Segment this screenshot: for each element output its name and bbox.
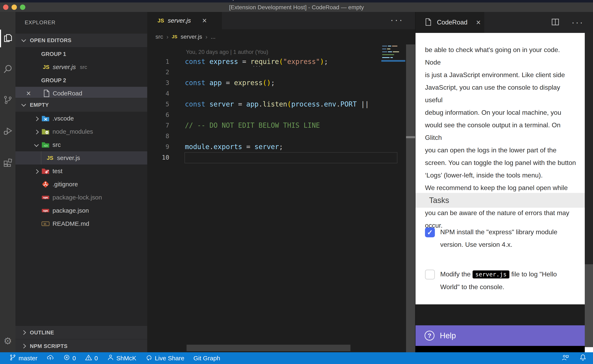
- more-actions-icon[interactable]: ···: [572, 18, 584, 27]
- tree-item-readme-md[interactable]: M↓README.md: [15, 217, 147, 230]
- editor-tab-bar: JS server.js × ···: [147, 12, 415, 29]
- status-cloud-upload[interactable]: [47, 354, 54, 363]
- code-line-7[interactable]: 7// -- DO NOT EDIT BELOW THIS LINE: [147, 120, 407, 131]
- menu-item-window[interactable]: Window: [196, 0, 215, 1]
- menu-item-edit[interactable]: Edit: [59, 0, 69, 1]
- section-open-editors[interactable]: OPEN EDITORS: [15, 33, 147, 47]
- code-line-2[interactable]: 2: [147, 67, 407, 78]
- cloud-upload-icon: [47, 354, 54, 363]
- task-checkbox[interactable]: [425, 270, 435, 280]
- activity-item-search[interactable]: [0, 59, 15, 79]
- activity-bar: ⚙: [0, 12, 15, 352]
- status-feedback-icon[interactable]: [561, 353, 569, 363]
- svg-text:M↓: M↓: [44, 222, 47, 226]
- activity-item-source-control[interactable]: [0, 90, 15, 110]
- coderoad-webview: be able to check what's going on in your…: [415, 33, 585, 304]
- status-git-graph[interactable]: Git Graph: [193, 355, 220, 362]
- help-bar[interactable]: ? Help: [415, 325, 585, 346]
- tree-item-package-lock-json[interactable]: npmpackage-lock.json: [15, 191, 147, 204]
- window-titlebar[interactable]: [Extension Development Host] - CodeRoad …: [0, 2, 593, 12]
- status-bell-icon[interactable]: [579, 353, 587, 363]
- minimap[interactable]: [381, 45, 405, 332]
- menubar-clock: Sat 5:43 PM: [562, 0, 589, 1]
- npm-icon: npm: [41, 193, 50, 202]
- menu-item-terminal[interactable]: Terminal: [166, 0, 187, 1]
- breadcrumb-file[interactable]: server.js: [180, 33, 202, 40]
- code-line-5[interactable]: 5const server = app.listen(process.env.P…: [147, 99, 407, 109]
- code-chip: server.js: [473, 270, 510, 279]
- code-line-9[interactable]: 9module.exports = server;: [147, 141, 407, 152]
- tree-item-node_modules[interactable]: JSnode_modules: [15, 125, 147, 138]
- code-line-6[interactable]: 6: [147, 109, 407, 120]
- close-tab-icon[interactable]: ×: [476, 19, 480, 26]
- section-outline[interactable]: OUTLINE: [15, 325, 147, 339]
- section-npm-scripts[interactable]: NPM SCRIPTS: [15, 339, 147, 352]
- task-checkbox[interactable]: ✓: [425, 228, 435, 237]
- horizontal-scrollbar[interactable]: [187, 345, 350, 351]
- apple-menu-icon[interactable]: ●: [6, 0, 9, 1]
- menu-item-file[interactable]: File: [41, 0, 50, 1]
- tab-coderoad[interactable]: CodeRoad ×: [415, 12, 484, 33]
- webview-scrollbar[interactable]: [585, 33, 593, 352]
- menu-item-code[interactable]: Code: [19, 0, 32, 1]
- menu-item-go[interactable]: Go: [130, 0, 138, 1]
- status-0[interactable]: 0: [85, 354, 98, 363]
- close-tab-icon[interactable]: ×: [202, 17, 207, 25]
- breadcrumb-symbol[interactable]: ...: [211, 33, 216, 40]
- menu-item-view[interactable]: View: [110, 0, 121, 1]
- menu-item-help[interactable]: Help: [225, 0, 236, 1]
- tree-item-package-json[interactable]: npmpackage.json: [15, 204, 147, 217]
- editor-scrollbar-sash[interactable]: [406, 45, 415, 352]
- branch-icon: [9, 354, 16, 363]
- error-icon: [63, 354, 70, 363]
- breadcrumb[interactable]: src›JSserver.js›...: [155, 32, 216, 42]
- tree-item-server-js[interactable]: JSserver.js: [15, 151, 147, 164]
- open-editors-group-label: GROUP 1: [41, 51, 66, 57]
- src-folder-icon: </>: [41, 140, 50, 149]
- task-text: NPM install the "express" library module…: [440, 226, 580, 251]
- js-icon: JS: [42, 63, 51, 72]
- minimap-line: [382, 57, 393, 58]
- status-shmck[interactable]: ShMcK: [107, 354, 136, 363]
- code-line-8[interactable]: 8: [147, 131, 407, 142]
- svg-text:npm: npm: [43, 196, 48, 199]
- minimap-line: [382, 54, 394, 55]
- activity-item-run-debug[interactable]: [0, 121, 15, 141]
- open-editor-item-server-js[interactable]: JSserver.jssrc: [15, 60, 147, 74]
- person-icon: [107, 354, 114, 363]
- code-line-10[interactable]: 10: [147, 152, 407, 163]
- status-live-share[interactable]: Live Share: [145, 354, 184, 363]
- activity-item-explorer[interactable]: [0, 28, 15, 49]
- tasks-title: Tasks: [429, 196, 449, 205]
- task-text: Modify the server.js file to log "HelloW…: [440, 268, 580, 293]
- tree-item--gitignore[interactable]: .gitignore: [15, 178, 147, 191]
- tree-item-test[interactable]: test: [15, 164, 147, 178]
- status-0[interactable]: 0: [63, 354, 76, 363]
- minimap-line: [382, 52, 399, 52]
- editor-more-actions-icon[interactable]: ···: [390, 15, 404, 25]
- tree-item-src[interactable]: </>src: [15, 138, 147, 151]
- node-folder-icon: JS: [41, 127, 50, 136]
- split-editor-icon[interactable]: [551, 17, 560, 27]
- activity-item-extensions[interactable]: [0, 152, 15, 172]
- code-line-1[interactable]: 1const express = require("express");: [147, 56, 407, 67]
- md-icon: M↓: [41, 219, 50, 228]
- code-line-3[interactable]: 3const app = express();: [147, 78, 407, 88]
- menu-item-run[interactable]: Run: [147, 0, 157, 1]
- status-master[interactable]: master: [9, 354, 38, 363]
- breadcrumb-src[interactable]: src: [155, 33, 163, 40]
- close-editor-icon[interactable]: ×: [26, 89, 31, 98]
- tab-server-js[interactable]: JS server.js ×: [147, 12, 222, 29]
- section-workspace-empty[interactable]: EMPTY: [15, 98, 147, 112]
- coderoad-panel: CodeRoad × ··· be able to check what's g…: [415, 12, 593, 352]
- gitlens-blame-annotation: You, 20 days ago | 1 author (You): [186, 49, 268, 55]
- code-line-4[interactable]: 4: [147, 88, 407, 99]
- macos-menubar: ●CodeFileEditSelectionViewGoRunTerminalW…: [0, 0, 593, 2]
- minimap-line: [382, 49, 390, 49]
- settings-gear-icon[interactable]: ⚙: [0, 335, 15, 346]
- menu-item-selection[interactable]: Selection: [78, 0, 100, 1]
- tree-item--vscode[interactable]: .vscode: [15, 112, 147, 125]
- svg-text:npm: npm: [43, 209, 48, 212]
- minimap-current-line: [381, 60, 405, 62]
- test-folder-icon: [41, 167, 50, 176]
